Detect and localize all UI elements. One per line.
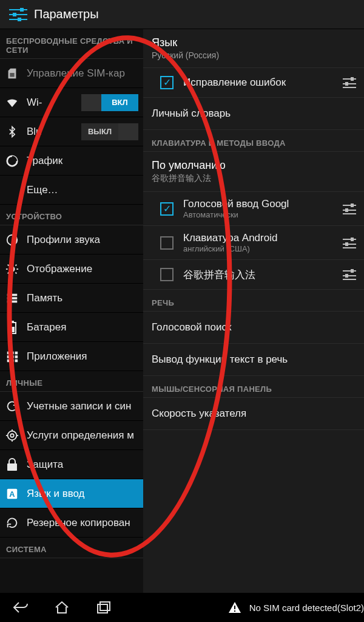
sidebar-item-battery[interactable]: Батарея [0, 313, 143, 342]
sidebar-item-language[interactable]: A Язык и ввод [0, 479, 143, 508]
svg-line-17 [16, 264, 17, 265]
spellcheck-checkbox[interactable] [160, 76, 174, 89]
sidebar-item-data[interactable]: Трафик [0, 146, 143, 176]
speech-section-header: РЕЧЬ [143, 290, 364, 312]
sidebar-item-sim[interactable]: Управление SIM-кар [0, 59, 143, 88]
display-icon [4, 261, 21, 278]
default-sub: 谷歌拼音输入法 [152, 173, 356, 184]
voice-search-label: Голосовой поиск [152, 321, 231, 333]
home-button[interactable] [45, 595, 79, 620]
svg-rect-60 [345, 274, 348, 278]
sidebar-item-display[interactable]: Отображение [0, 255, 143, 284]
svg-rect-23 [10, 327, 15, 332]
bluetooth-toggle[interactable]: ВЫКЛ [81, 123, 138, 140]
default-title: По умолчанию [152, 159, 356, 172]
back-button[interactable] [4, 595, 38, 620]
sidebar-item-label: Резервное копирован [27, 517, 138, 529]
svg-rect-58 [351, 269, 354, 273]
sound-icon [4, 231, 21, 248]
sliders-icon[interactable] [341, 234, 358, 251]
recent-apps-button[interactable] [86, 595, 120, 620]
ime-row-google-pinyin[interactable]: 谷歌拼音输入法 [143, 260, 364, 290]
svg-point-34 [8, 431, 17, 440]
svg-rect-26 [15, 351, 18, 354]
sidebar-item-location[interactable]: Услуги определения м [0, 421, 143, 450]
svg-text:A: A [9, 489, 15, 498]
default-ime-row[interactable]: По умолчанию 谷歌拼音输入法 [143, 152, 364, 192]
wifi-toggle[interactable]: ВКЛ [81, 94, 138, 111]
settings-sidebar: БЕСПРОВОДНЫЕ СРЕДСТВА И СЕТИ Управление … [0, 29, 143, 593]
ime-label: Голосовой ввод Googl [183, 198, 336, 210]
sidebar-item-sound[interactable]: Профили звука [0, 225, 143, 255]
sidebar-item-bluetooth[interactable]: Blu ВЫКЛ [0, 117, 143, 146]
svg-point-33 [10, 434, 14, 437]
personal-dict-label: Личный словарь [152, 108, 231, 119]
sidebar-item-storage[interactable]: Память [0, 284, 143, 313]
sidebar-section-device: УСТРОЙСТВО [0, 205, 143, 225]
sliders-icon[interactable] [341, 74, 358, 91]
svg-rect-45 [345, 82, 348, 86]
wifi-icon [4, 94, 21, 111]
sidebar-item-backup[interactable]: Резервное копирован [0, 508, 143, 538]
sidebar-item-apps[interactable]: Приложения [0, 342, 143, 371]
apps-icon [4, 348, 21, 365]
language-title: Язык [152, 36, 356, 49]
svg-rect-24 [7, 351, 10, 354]
svg-rect-3 [13, 13, 16, 16]
svg-line-16 [8, 272, 9, 273]
sync-icon [4, 398, 21, 415]
sim-warning-text: No SIM card detected(Slot2) [249, 603, 364, 613]
sidebar-item-label: Wi- [27, 97, 81, 109]
storage-icon [4, 290, 21, 307]
svg-rect-43 [351, 77, 354, 81]
sidebar-item-label: Услуги определения м [27, 429, 138, 442]
svg-rect-32 [15, 359, 18, 362]
sidebar-item-security[interactable]: Защита [0, 450, 143, 479]
sliders-icon[interactable] [341, 200, 358, 217]
svg-line-14 [8, 264, 9, 265]
sliders-icon[interactable] [341, 266, 358, 283]
ime-checkbox[interactable] [160, 202, 174, 216]
svg-rect-18 [7, 293, 18, 296]
svg-rect-29 [15, 355, 18, 358]
blank-icon [4, 182, 21, 199]
pointer-speed-label: Скорость указателя [152, 408, 246, 419]
sidebar-item-label: Управление SIM-кар [27, 67, 138, 80]
ime-label: Клавиатура Android [183, 232, 336, 244]
voice-search-row[interactable]: Голосовой поиск [143, 312, 364, 344]
personal-dict-row[interactable]: Личный словарь [143, 98, 364, 130]
sidebar-section-personal: ЛИЧНЫЕ [0, 371, 143, 392]
battery-icon [4, 319, 21, 336]
tts-row[interactable]: Вывод функции текст в речь [143, 344, 364, 376]
mouse-section-header: МЫШЬ/СЕНСОРНАЯ ПАНЕЛЬ [143, 376, 364, 398]
app-header: Параметры [0, 0, 364, 29]
ime-checkbox[interactable] [160, 268, 174, 281]
settings-icon [6, 5, 30, 24]
sidebar-item-more[interactable]: Еще… [0, 176, 143, 205]
language-row[interactable]: Язык Русский (Россия) [143, 29, 364, 68]
svg-rect-5 [18, 18, 21, 21]
svg-rect-25 [11, 351, 14, 354]
spellcheck-row[interactable]: Исправление ошибок [143, 68, 364, 98]
sidebar-item-wifi[interactable]: Wi- ВКЛ [0, 88, 143, 117]
svg-rect-6 [10, 73, 14, 77]
ime-checkbox[interactable] [160, 236, 174, 250]
svg-rect-30 [7, 359, 10, 362]
svg-rect-53 [351, 238, 354, 241]
svg-rect-28 [11, 355, 14, 358]
pointer-speed-row[interactable]: Скорость указателя [143, 398, 364, 430]
svg-rect-20 [7, 300, 18, 302]
warning-icon [228, 600, 242, 615]
spellcheck-label: Исправление ошибок [183, 77, 336, 89]
sidebar-section-system: СИСТЕМА [0, 538, 143, 558]
sim-warning[interactable]: No SIM card detected(Slot2) [228, 600, 364, 615]
sim-icon [4, 65, 21, 82]
svg-rect-22 [10, 321, 14, 323]
ime-row-google-voice[interactable]: Голосовой ввод Googl Автоматически [143, 192, 364, 226]
svg-rect-55 [345, 242, 348, 246]
svg-rect-19 [7, 297, 18, 299]
detail-pane: Язык Русский (Россия) Исправление ошибок… [143, 29, 364, 593]
ime-sub: английский (США) [183, 244, 336, 253]
sidebar-item-accounts[interactable]: Учетные записи и син [0, 392, 143, 421]
ime-row-android-kb[interactable]: Клавиатура Android английский (США) [143, 226, 364, 260]
